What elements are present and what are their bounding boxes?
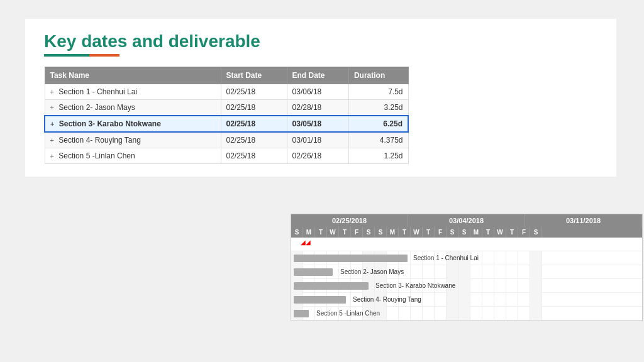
task-duration: 3.25d — [348, 100, 408, 116]
task-end: 03/06/18 — [287, 84, 348, 100]
gantt-bar: Section 3- Karabo Ntokwane — [294, 281, 369, 290]
gantt-cell — [482, 293, 494, 307]
gantt-cell — [530, 293, 542, 307]
task-start: 02/25/18 — [221, 148, 287, 164]
title-underline — [44, 54, 119, 57]
day-header: T — [399, 227, 411, 238]
day-header: T — [315, 227, 327, 238]
week-header-1: 02/25/2018 — [291, 214, 408, 227]
gantt-cell — [435, 265, 447, 279]
gantt-cell — [435, 293, 447, 307]
gantt-cell — [506, 265, 518, 279]
gantt-week-headers: 02/25/2018 03/04/2018 03/11/2018 — [291, 214, 642, 227]
expand-icon[interactable]: + — [50, 104, 54, 111]
day-header: F — [351, 227, 363, 238]
gantt-cell — [470, 279, 482, 293]
gantt-cell — [494, 307, 506, 321]
expand-icon[interactable]: + — [50, 136, 54, 144]
day-header: M — [387, 227, 399, 238]
gantt-cell — [470, 265, 482, 279]
bar-fill — [294, 310, 309, 317]
gantt-cell — [447, 293, 458, 307]
day-header: T — [339, 227, 351, 238]
bar-fill — [294, 296, 346, 304]
day-header: M — [303, 227, 315, 238]
gantt-cell — [423, 307, 435, 321]
main-container: Key dates and deliverable Task Name Star… — [25, 19, 616, 177]
task-table: Task Name Start Date End Date Duration +… — [44, 67, 409, 164]
gantt-cell — [518, 293, 530, 307]
expand-icon[interactable]: + — [50, 120, 54, 128]
gantt-cell — [518, 251, 530, 265]
task-end: 03/01/18 — [287, 132, 348, 148]
gantt-chart: 02/25/2018 03/04/2018 03/11/2018 SMTWTFS… — [291, 214, 643, 321]
gantt-cell — [518, 307, 530, 321]
day-header: W — [411, 227, 423, 238]
gantt-bar-row: Section 2- Jason Mays — [291, 265, 642, 279]
gantt-cell — [530, 307, 542, 321]
task-start: 02/25/18 — [221, 116, 287, 132]
task-start: 02/25/18 — [221, 132, 287, 148]
expand-icon[interactable]: + — [50, 152, 54, 160]
gantt-cell — [482, 251, 494, 265]
col-header-end: End Date — [287, 67, 348, 84]
gantt-bars-container: Section 1 - Chenhui LaiSection 2- Jason … — [291, 251, 642, 321]
task-name: + Section 3- Karabo Ntokwane — [45, 116, 221, 132]
task-name: + Section 4- Rouying Tang — [45, 132, 221, 148]
gantt-cell — [482, 307, 494, 321]
gantt-cell — [482, 279, 494, 293]
task-start: 02/25/18 — [221, 84, 287, 100]
bar-fill — [294, 268, 333, 276]
gantt-bar: Section 4- Rouying Tang — [294, 295, 346, 304]
gantt-bar-row: Section 1 - Chenhui Lai — [291, 251, 642, 265]
gantt-bar: Section 2- Jason Mays — [294, 267, 333, 277]
task-end: 02/26/18 — [287, 148, 348, 164]
gantt-cell — [447, 265, 458, 279]
day-header: T — [423, 227, 435, 238]
bar-fill — [294, 255, 408, 262]
day-header: M — [470, 227, 482, 238]
gantt-cell — [506, 251, 518, 265]
gantt-cell — [458, 279, 470, 293]
gantt-cell — [411, 307, 423, 321]
task-duration: 1.25d — [348, 148, 408, 164]
day-header: S — [375, 227, 387, 238]
bar-label: Section 5 -Linlan Chen — [316, 310, 380, 317]
gantt-cell — [411, 265, 423, 279]
table-row: + Section 3- Karabo Ntokwane 02/25/18 03… — [45, 116, 408, 132]
table-row: + Section 5 -Linlan Chen 02/25/18 02/26/… — [45, 148, 408, 164]
table-row: + Section 4- Rouying Tang 02/25/18 03/01… — [45, 132, 408, 148]
gantt-cell — [470, 293, 482, 307]
task-duration: 4.375d — [348, 132, 408, 148]
bar-fill — [294, 282, 369, 290]
gantt-cell — [494, 251, 506, 265]
day-header: F — [518, 227, 530, 238]
col-header-start: Start Date — [221, 67, 287, 84]
bar-label: Section 3- Karabo Ntokwane — [375, 282, 455, 289]
task-end: 02/28/18 — [287, 100, 348, 116]
gantt-cell — [506, 293, 518, 307]
bar-label: Section 1 - Chenhui Lai — [413, 255, 479, 261]
day-header: S — [530, 227, 542, 238]
gantt-cell — [506, 307, 518, 321]
gantt-cell — [470, 307, 482, 321]
gantt-cell — [530, 279, 542, 293]
week-header-3: 03/11/2018 — [525, 214, 642, 227]
expand-icon[interactable]: + — [50, 88, 54, 96]
day-header: S — [447, 227, 458, 238]
gantt-bar-row: Section 5 -Linlan Chen — [291, 307, 642, 321]
gantt-bar: Section 1 - Chenhui Lai — [294, 253, 408, 263]
gantt-cell — [423, 265, 435, 279]
page-title: Key dates and deliverable — [44, 31, 597, 52]
week-header-2: 03/04/2018 — [408, 214, 525, 227]
gantt-cell — [423, 293, 435, 307]
day-header: F — [435, 227, 447, 238]
table-row: + Section 1 - Chenhui Lai 02/25/18 03/06… — [45, 84, 408, 100]
gantt-icon-row: ◢◢ — [291, 238, 642, 251]
day-header: T — [482, 227, 494, 238]
gantt-cell — [530, 265, 542, 279]
day-header: S — [291, 227, 303, 238]
task-name: + Section 2- Jason Mays — [45, 100, 221, 116]
gantt-bar-row: Section 4- Rouying Tang — [291, 293, 642, 307]
bar-label: Section 2- Jason Mays — [340, 268, 404, 275]
